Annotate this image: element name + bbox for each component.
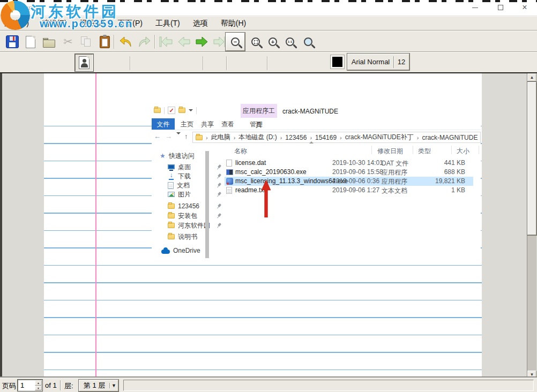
file-row[interactable]: license.dat 2019-10-30 14:01 DAT 文件 441 … [225, 159, 473, 168]
menu-help[interactable]: 帮助(H) [221, 19, 246, 28]
column-name[interactable]: 名称 [234, 147, 247, 156]
next-page-button[interactable] [194, 34, 210, 50]
new-button[interactable] [23, 34, 39, 50]
layer-dropdown[interactable]: 第 1 层 ▼ [79, 380, 118, 391]
paste-button[interactable] [96, 34, 113, 50]
sidebar-item-hedong[interactable]: 河东软件园 [168, 221, 210, 230]
breadcrumb-item[interactable]: 本地磁盘 (D:) [238, 133, 277, 142]
breadcrumb-item[interactable]: crack-MAGNiTUDE补丁 [345, 133, 414, 142]
spin-down-icon[interactable]: ▼ [35, 386, 42, 391]
sidebar-item-onedrive[interactable]: OneDrive [161, 246, 200, 255]
window-title: Xournal [16, 4, 40, 12]
file-row[interactable]: msc_calc_20190630.exe 2019-09-06 15:58 应… [225, 168, 473, 177]
sidebar-item-desktop[interactable]: 桌面 [168, 163, 191, 171]
redo-button[interactable] [136, 34, 152, 50]
sidebar-item-downloads[interactable]: ↓ 下载 [168, 172, 191, 180]
status-bar: 页码 1 ▲ ▼ of 1 层: 第 1 层 ▼ [0, 378, 537, 392]
close-button[interactable]: × [512, 0, 537, 15]
tab-share[interactable]: 共享 [201, 118, 214, 130]
minimize-button[interactable] [463, 0, 487, 15]
zoom-fit-button[interactable] [248, 34, 264, 50]
back-icon[interactable]: ← [154, 132, 161, 140]
dropdown-caret-icon[interactable] [189, 109, 193, 111]
dat-file-icon [226, 160, 232, 167]
status-message-panel [123, 380, 534, 391]
column-divider [371, 146, 372, 154]
column-modified[interactable]: 修改日期 [377, 147, 403, 156]
forward-icon[interactable]: → [165, 132, 172, 140]
menu-bar: 文件(F) 编辑(E) 视图(V) 页面(P) 工具(T) 选项 帮助(H) [0, 16, 537, 31]
sidebar-item-documents[interactable]: 文档 [168, 181, 190, 190]
font-button[interactable]: Arial Normal 12 [347, 54, 409, 70]
folder-icon [168, 234, 175, 239]
zoom-tool-button[interactable] [300, 34, 316, 50]
pin-icon [215, 172, 223, 180]
sidebar-scrollbar[interactable] [205, 151, 209, 258]
paste-icon [100, 36, 110, 48]
scroll-up-icon[interactable]: ▲ [527, 73, 536, 81]
spin-up-icon[interactable]: ▲ [35, 380, 42, 386]
open-button[interactable] [41, 34, 57, 50]
page-number-spinner[interactable]: 1 ▲ ▼ [18, 380, 42, 391]
file-size: 688 KB [401, 168, 465, 176]
file-modified: 2019-09-06 0:36 [332, 177, 379, 185]
tab-manage[interactable]: 管理 [250, 118, 263, 130]
column-size[interactable]: 大小 [457, 147, 469, 156]
sidebar-label: 123456 [178, 202, 199, 210]
checkbox-checked-icon[interactable]: ✓ [168, 107, 175, 114]
sidebar-label: 快速访问 [169, 152, 195, 161]
tab-file[interactable]: 文件 [152, 118, 175, 130]
first-page-button[interactable] [158, 34, 174, 50]
tab-view[interactable]: 查看 [221, 118, 234, 130]
tab-home[interactable]: 主页 [181, 118, 193, 130]
maximize-button[interactable] [488, 0, 513, 15]
sidebar-item-quick-access[interactable]: ★ 快速访问 [160, 152, 195, 160]
menu-page[interactable]: 页面(P) [117, 19, 143, 28]
copy-button[interactable] [78, 34, 94, 50]
sidebar-item-manual[interactable]: 说明书 [168, 232, 197, 241]
redo-icon [137, 35, 151, 49]
color-swatch-black[interactable] [331, 55, 344, 69]
up-icon[interactable]: ↑ [184, 132, 188, 140]
menu-edit[interactable]: 编辑(E) [42, 19, 67, 28]
vertical-scrollbar[interactable]: ▲ ▼ [527, 73, 536, 379]
previous-page-button[interactable] [176, 34, 192, 50]
next-page-icon [195, 36, 210, 48]
breadcrumb-item[interactable]: 154169 [315, 134, 337, 141]
app-icon: X [5, 4, 13, 12]
breadcrumb-item[interactable]: 此电脑 [211, 133, 230, 142]
menu-tools[interactable]: 工具(T) [155, 19, 180, 28]
embedded-explorer-screenshot: ✓ 应用程序工具 crack-MAGNiTUDE 文件 主页 共享 查看 管理 … [152, 103, 481, 258]
folder-icon [154, 108, 161, 113]
zoom-out-button[interactable]: − [226, 33, 245, 51]
image-tool-button[interactable] [75, 54, 93, 71]
sidebar-item-123456[interactable]: 123456 [168, 202, 199, 210]
menu-file[interactable]: 文件(F) [4, 19, 29, 28]
toolbar-separator [226, 56, 227, 70]
history-caret-icon[interactable] [176, 134, 181, 142]
cut-button[interactable]: ✂ [60, 34, 76, 50]
breadcrumb-item[interactable]: crack-MAGNiTUDE [422, 134, 478, 141]
menu-view[interactable]: 视图(V) [80, 19, 105, 28]
page-of-label: of 1 [45, 381, 57, 389]
notebook-page[interactable]: ✓ 应用程序工具 crack-MAGNiTUDE 文件 主页 共享 查看 管理 … [44, 73, 482, 379]
toolbar-separator [203, 56, 204, 70]
sidebar-item-installer[interactable]: 安装包 [168, 212, 197, 220]
menu-options[interactable]: 选项 [193, 19, 208, 28]
file-size: 441 KB [401, 159, 465, 167]
zoom-fit-icon [251, 37, 260, 46]
sidebar-item-pictures[interactable]: 图片 [168, 190, 191, 199]
application-tools-tab[interactable]: 应用程序工具 [241, 104, 277, 118]
tabs-underline [152, 130, 481, 130]
zoom-in-button[interactable]: + [265, 34, 281, 50]
scrollbar-thumb[interactable] [527, 82, 536, 235]
column-divider [479, 146, 479, 154]
zoom-100-button[interactable]: 1:1 [282, 34, 298, 50]
breadcrumb[interactable]: › 此电脑 › 本地磁盘 (D:) › 123456 › 154169 › cr… [192, 132, 481, 143]
document-canvas[interactable]: ✓ 应用程序工具 crack-MAGNiTUDE 文件 主页 共享 查看 管理 … [0, 72, 537, 378]
file-modified: 2019-09-06 15:58 [332, 168, 383, 176]
save-button[interactable] [4, 34, 20, 50]
column-type[interactable]: 类型 [418, 147, 431, 156]
breadcrumb-item[interactable]: 123456 [285, 134, 307, 141]
undo-button[interactable] [118, 34, 134, 50]
